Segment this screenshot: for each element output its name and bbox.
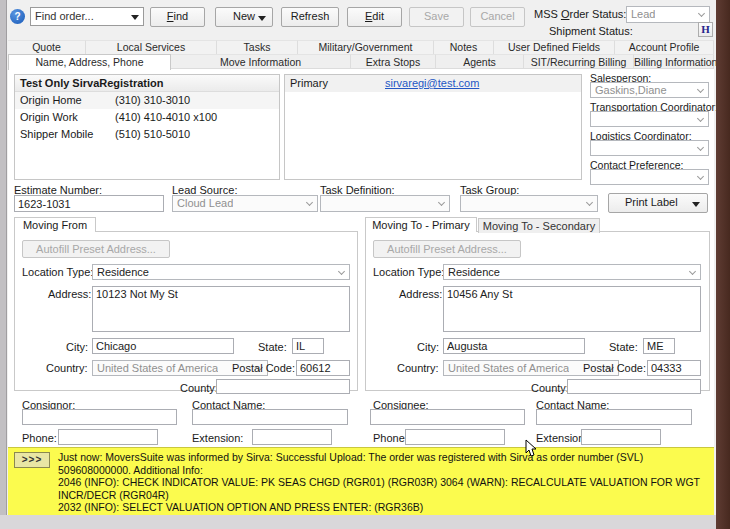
estimate-number-input[interactable] xyxy=(14,195,164,212)
tab-moving-to-secondary[interactable]: Moving To - Secondary xyxy=(478,218,600,233)
save-button: Save xyxy=(409,7,464,27)
consignor-phone-input[interactable] xyxy=(58,429,158,445)
task-group-select xyxy=(460,195,598,212)
chevron-down-icon[interactable] xyxy=(697,115,704,122)
shipment-status-label: Shipment Status: xyxy=(549,25,633,37)
dest-postal-input[interactable] xyxy=(647,360,701,376)
window-edge-bottom xyxy=(0,515,716,529)
tab-billing-information[interactable]: Billing Information xyxy=(634,54,714,69)
customer-name: Test Only SirvaRegistration xyxy=(15,75,279,92)
window-edge-left xyxy=(0,0,7,529)
dest-address-textarea[interactable]: 10456 Any St xyxy=(443,286,701,332)
location-type-label: Location Type: xyxy=(22,266,93,278)
postal-code-label: Postal Code: xyxy=(583,362,646,374)
tab-extra-stops[interactable]: Extra Stops xyxy=(351,54,436,69)
find-button[interactable]: Find xyxy=(150,7,205,27)
origin-postal-input[interactable] xyxy=(296,360,350,376)
tab-notes[interactable]: Notes xyxy=(434,40,494,54)
find-order-combobox-value: Find order... xyxy=(35,10,94,22)
new-button[interactable]: New xyxy=(215,7,273,27)
consignee-contact-name-input[interactable] xyxy=(536,409,692,425)
notification-expander-button[interactable]: >>> xyxy=(14,452,50,468)
origin-state-input[interactable] xyxy=(292,338,324,354)
chevron-down-icon xyxy=(586,199,593,206)
county-label: County: xyxy=(531,382,569,394)
dest-location-type-select[interactable]: Residence xyxy=(443,264,701,280)
chevron-down-icon[interactable] xyxy=(689,268,696,275)
consignor-contact-name-input[interactable] xyxy=(192,409,348,425)
chevron-down-icon[interactable] xyxy=(698,10,705,17)
chevron-down-icon xyxy=(306,199,313,206)
logistics-coordinator-select[interactable] xyxy=(590,140,709,156)
mouse-cursor-icon xyxy=(525,439,538,458)
email-row[interactable]: Primary sirvaregi@test.com xyxy=(285,75,581,92)
mss-order-status-value: Lead xyxy=(631,8,655,20)
tab-moving-from[interactable]: Moving From xyxy=(14,217,96,232)
tab-military-government[interactable]: Military/Government xyxy=(298,40,434,54)
tab-user-defined-fields[interactable]: User Defined Fields xyxy=(494,40,615,54)
salesperson-select[interactable]: Gaskins,Diane xyxy=(590,82,709,98)
email-panel: Primary sirvaregi@test.com xyxy=(284,74,582,180)
cancel-button: Cancel xyxy=(470,7,525,27)
tab-quote[interactable]: Quote xyxy=(8,40,86,54)
origin-address-textarea[interactable]: 10123 Not My St xyxy=(92,286,350,332)
origin-city-input[interactable] xyxy=(92,338,234,354)
origin-county-input[interactable] xyxy=(216,379,350,394)
location-type-select[interactable]: Residence xyxy=(92,264,350,280)
consignor-extension-input[interactable] xyxy=(252,429,332,445)
print-label-button[interactable]: Print Label xyxy=(608,193,708,213)
mss-order-status-select[interactable]: Lead xyxy=(626,6,710,23)
tab-sit-recurring-billing[interactable]: SIT/Recurring Billing xyxy=(524,54,634,69)
chevron-down-icon[interactable] xyxy=(697,144,704,151)
tab-move-information[interactable]: Move Information xyxy=(171,54,351,69)
dest-city-input[interactable] xyxy=(443,338,585,354)
transportation-coordinator-select[interactable] xyxy=(590,111,709,127)
phone-row[interactable]: Origin Work (410) 410-4010 x100 xyxy=(15,109,279,126)
dest-state-input[interactable] xyxy=(643,338,675,354)
phone-type: Origin Home xyxy=(20,94,115,109)
phone-numbers-panel: Test Only SirvaRegistration Origin Home … xyxy=(14,74,280,180)
country-label: Country: xyxy=(397,362,439,374)
chevron-down-icon[interactable] xyxy=(697,86,704,93)
dropdown-arrow-icon[interactable] xyxy=(131,15,139,20)
tab-tasks[interactable]: Tasks xyxy=(217,40,298,54)
mss-order-status-label: MSS Order Status: xyxy=(534,8,626,20)
consignor-input[interactable] xyxy=(22,409,177,425)
chevron-down-icon[interactable] xyxy=(697,173,704,180)
chevron-down-icon xyxy=(438,199,445,206)
help-icon[interactable]: ? xyxy=(10,9,25,24)
lead-source-value: Cloud Lead xyxy=(177,197,233,209)
app-window: ? Find order... Find New Refresh Edit Sa… xyxy=(0,0,730,529)
chevron-down-icon[interactable] xyxy=(338,268,345,275)
contact-preference-select[interactable] xyxy=(590,169,709,185)
dropdown-arrow-icon[interactable] xyxy=(258,16,266,21)
consignee-phone-input[interactable] xyxy=(405,429,505,445)
edit-button[interactable]: Edit xyxy=(347,7,402,27)
find-order-combobox[interactable]: Find order... xyxy=(30,7,144,26)
task-definition-select xyxy=(320,195,450,212)
refresh-button[interactable]: Refresh xyxy=(281,7,339,27)
tab-local-services[interactable]: Local Services xyxy=(86,40,217,54)
phone-row[interactable]: Origin Home (310) 310-3010 xyxy=(15,92,279,109)
tab-agents[interactable]: Agents xyxy=(436,54,524,69)
consignee-extension-input[interactable] xyxy=(581,429,661,445)
address-label: Address: xyxy=(48,288,91,300)
phone-type: Shipper Mobile xyxy=(20,128,115,143)
dropdown-arrow-icon[interactable] xyxy=(692,202,700,207)
lead-source-select: Cloud Lead xyxy=(172,195,318,212)
consignee-input[interactable] xyxy=(370,409,525,425)
phone-row[interactable]: Shipper Mobile (510) 510-5010 xyxy=(15,126,279,143)
phone-number: (510) 510-5010 xyxy=(115,128,190,143)
notification-line: 2046 (INFO): CHECK INDICATOR VALUE: PK S… xyxy=(58,476,710,501)
extension-label: Extension: xyxy=(536,432,587,444)
phone-number: (310) 310-3010 xyxy=(115,94,190,109)
tab-moving-to-primary[interactable]: Moving To - Primary xyxy=(365,217,477,232)
notification-line: Just now: MoversSuite was informed by Si… xyxy=(58,451,710,476)
dest-county-input[interactable] xyxy=(567,379,701,394)
tab-account-profile[interactable]: Account Profile xyxy=(615,40,714,54)
history-button[interactable]: H xyxy=(698,22,713,37)
postal-code-label: Postal Code: xyxy=(232,362,295,374)
email-link[interactable]: sirvaregi@test.com xyxy=(385,77,479,92)
tab-name-address-phone[interactable]: Name, Address, Phone xyxy=(8,54,171,70)
autofill-preset-address-button: Autofill Preset Address... xyxy=(373,240,521,258)
